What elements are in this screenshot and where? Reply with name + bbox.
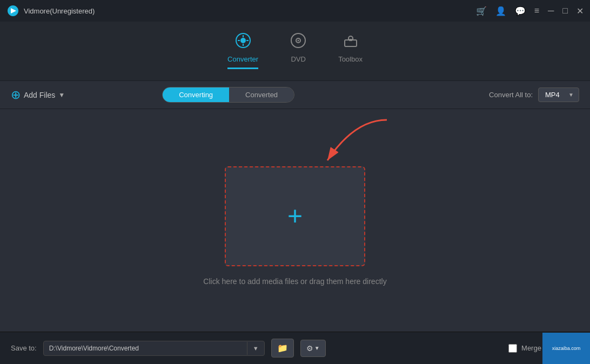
add-files-button[interactable]: ⊕ Add Files ▼ [11, 88, 65, 102]
save-path-wrap: ▼ [43, 341, 265, 356]
cart-icon[interactable]: 🛒 [476, 6, 487, 16]
convert-tabs: Converting Converted [162, 87, 294, 103]
svg-point-1 [240, 38, 246, 43]
add-files-dropdown-icon[interactable]: ▼ [58, 91, 65, 99]
app-title: Vidmore(Unregistered) [24, 7, 95, 15]
convert-all-label: Convert All to: [489, 91, 533, 99]
svg-point-4 [298, 40, 299, 42]
app-logo [6, 4, 19, 17]
titlebar-controls: 🛒 👤 💬 ≡ ─ □ ✕ [476, 6, 584, 16]
save-to-label: Save to: [11, 344, 37, 352]
converter-icon [236, 33, 251, 52]
arrow-indicator [306, 114, 392, 174]
tab-converter[interactable]: Converter [227, 33, 258, 69]
open-folder-button[interactable]: 📁 [271, 339, 294, 358]
drop-hint: Click here to add media files or drag th… [203, 277, 386, 286]
save-path-input[interactable] [44, 341, 247, 355]
minimize-icon[interactable]: ─ [548, 6, 554, 16]
tab-toolbox[interactable]: Toolbox [338, 33, 363, 69]
user-icon[interactable]: 👤 [495, 6, 506, 16]
save-path-dropdown-icon[interactable]: ▼ [247, 342, 264, 355]
tab-dvd[interactable]: DVD [291, 33, 306, 69]
gear-icon: ⚙ [306, 344, 313, 353]
svg-rect-6 [349, 39, 352, 41]
add-files-label: Add Files [24, 91, 55, 99]
toolbox-icon [343, 33, 358, 52]
merge-checkbox[interactable] [508, 344, 517, 353]
settings-dropdown-icon: ▼ [314, 345, 320, 351]
tab-converting[interactable]: Converting [163, 87, 229, 102]
format-select-wrap: MP4 MKV AVI MOV WMV FLV MP3 AAC [538, 87, 579, 102]
titlebar: Vidmore(Unregistered) 🛒 👤 💬 ≡ ─ □ ✕ [0, 0, 590, 22]
menu-icon[interactable]: ≡ [534, 6, 539, 16]
drop-zone[interactable]: + [225, 166, 365, 266]
close-icon[interactable]: ✕ [576, 6, 584, 16]
titlebar-left: Vidmore(Unregistered) [6, 4, 95, 17]
footer: Save to: ▼ 📁 ⚙ ▼ Merge into one file xia… [0, 332, 590, 364]
tab-dvd-label: DVD [291, 55, 305, 63]
tab-toolbox-label: Toolbox [338, 55, 363, 63]
settings-button[interactable]: ⚙ ▼ [300, 340, 326, 357]
format-select[interactable]: MP4 MKV AVI MOV WMV FLV MP3 AAC [538, 87, 579, 102]
add-files-circle-icon: ⊕ [11, 88, 21, 102]
tab-converter-label: Converter [227, 55, 258, 63]
dvd-icon [291, 33, 306, 52]
nav-tabs: Converter DVD Toolbox [0, 22, 590, 81]
folder-icon: 📁 [277, 343, 288, 353]
main-content: + Click here to add media files or drag … [0, 109, 590, 332]
maximize-icon[interactable]: □ [562, 6, 568, 16]
watermark: xiazaiba.com [542, 333, 590, 364]
drop-zone-plus-icon: + [287, 203, 303, 229]
convert-all-to: Convert All to: MP4 MKV AVI MOV WMV FLV … [489, 87, 579, 102]
tab-converted[interactable]: Converted [229, 87, 294, 102]
chat-icon[interactable]: 💬 [515, 6, 526, 16]
toolbar: ⊕ Add Files ▼ Converting Converted Conve… [0, 81, 590, 109]
